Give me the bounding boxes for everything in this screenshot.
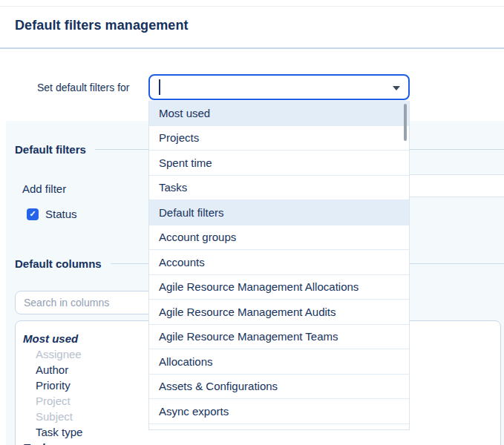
set-default-filters-label: Set default filters for <box>37 82 130 93</box>
columns-group-title-tasks: Tasks <box>23 440 500 445</box>
dropdown-option-account-groups[interactable]: Account groups <box>149 225 409 251</box>
check-icon: ✓ <box>29 210 36 218</box>
combobox-dropdown-list: Most used Projects Spent time Tasks Defa… <box>148 101 410 430</box>
dropdown-option-most-used[interactable]: Most used <box>149 101 409 126</box>
dropdown-option-agile-rm-teams[interactable]: Agile Resource Management Teams <box>149 325 409 350</box>
dropdown-option-assets-configurations[interactable]: Assets & Configurations <box>149 375 409 400</box>
dropdown-scrollbar-thumb[interactable] <box>404 104 407 141</box>
status-checkbox[interactable]: ✓ <box>27 208 39 220</box>
dropdown-option-allocations[interactable]: Allocations <box>149 349 409 375</box>
dropdown-option-agile-rm-allocations[interactable]: Agile Resource Management Allocations <box>149 275 409 300</box>
dropdown-option-default-filters[interactable]: Default filters <box>149 200 409 225</box>
page-title: Default filters management <box>15 18 189 33</box>
filter-row-status: ✓ Status <box>27 208 77 220</box>
default-columns-heading: Default columns <box>15 257 102 270</box>
add-filter-label: Add filter <box>22 182 66 195</box>
dropdown-option-accounts[interactable]: Accounts <box>149 250 409 275</box>
status-checkbox-label: Status <box>45 208 77 220</box>
dropdown-option-tasks[interactable]: Tasks <box>149 176 409 201</box>
dropdown-option-projects[interactable]: Projects <box>149 126 409 151</box>
dropdown-option-agile-rm-audits[interactable]: Agile Resource Management Audits <box>149 300 409 325</box>
chevron-down-icon[interactable] <box>393 86 400 90</box>
text-cursor <box>159 79 160 95</box>
dropdown-option-async-exports[interactable]: Async exports <box>149 399 409 424</box>
default-filters-management-page: Default filters management Default filte… <box>0 0 504 445</box>
default-filters-heading: Default filters <box>15 143 86 156</box>
set-default-filters-combobox[interactable] <box>148 74 410 100</box>
top-hairline <box>0 6 504 7</box>
dropdown-option-spent-time[interactable]: Spent time <box>149 151 409 176</box>
dropdown-option-partial[interactable] <box>149 424 409 431</box>
header-divider <box>0 47 504 49</box>
